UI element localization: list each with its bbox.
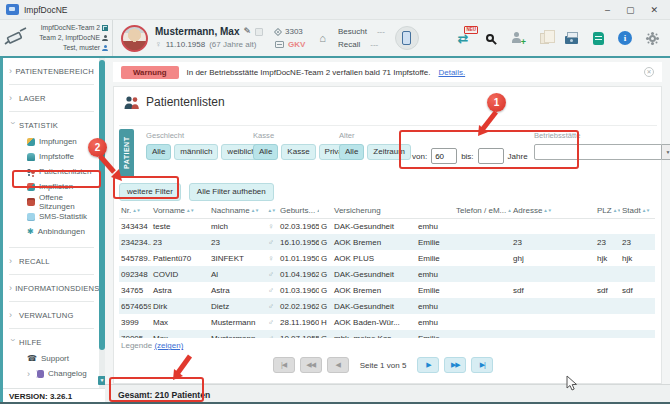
card-button[interactable] [588,27,608,49]
maximize-button[interactable]: ▢ [626,3,635,17]
sort-icon[interactable]: ▲▼ [186,208,194,213]
sidebar-item-changelog[interactable]: ›Changelog [9,366,94,381]
sidebar-item-offene-sitzungen[interactable]: Offene Sitzungen [9,194,94,209]
alle-filter-aufheben-button[interactable]: Alle Filter aufheben [189,183,274,201]
sidebar-group-recall[interactable]: ›RECALL [9,248,94,275]
table-row[interactable]: 343434testemich♀02.03.1965GDAK-Gesundhei… [119,218,655,234]
sidebar-group-lager[interactable]: ›LAGER [9,85,94,112]
table-cell: 28.11.1960 [278,314,319,330]
table-row[interactable]: 6574659DirkDietz♂02.02.1962GDAK-Gesundhe… [119,298,655,314]
sidebar-group-statistik[interactable]: ›STATISTIK Impfungen Impfstoffe Patiente… [9,112,94,248]
sort-icon[interactable]: ▲▼ [642,208,650,213]
sidebar-item-sms-statistik[interactable]: SMS-Statistik [9,209,94,224]
column-header[interactable]: Versicherung [332,203,416,218]
column-header[interactable]: Nachname▲▼ [209,203,264,218]
column-header[interactable]: Telefon / eM...▲▼ [454,203,511,218]
geschlecht-alle-button[interactable]: Alle [146,144,171,160]
print-button[interactable] [561,27,581,49]
table-cell: G [319,266,332,282]
table-cell: AOK Bremen [332,234,416,250]
sort-icon[interactable]: ▲▼ [507,208,511,213]
table-cell [620,218,655,234]
prev-page-button[interactable]: ◀ [327,357,349,373]
sidebar-item-anbindungen[interactable]: ✱Anbindungen [9,224,94,239]
table-row[interactable]: 3999MaxMustermann♂28.11.1960HAOK Baden-W… [119,314,655,330]
table-cell: ♀ [264,250,278,266]
last-page-button[interactable]: ▶| [471,357,493,373]
kasse-kasse-button[interactable]: Kasse [281,144,315,160]
column-header[interactable]: Geburts...▲▼ [278,203,319,218]
first-page-button[interactable]: |◀ [273,357,295,373]
sort-icon[interactable]: ▲▼ [543,208,551,213]
add-patient-button[interactable]: + [507,27,527,49]
table-cell [595,314,620,330]
phone-icon: ☎ [27,355,37,363]
sidebar-item-patientenlisten[interactable]: Patientenlisten [9,164,94,179]
dropdown-arrow-icon[interactable]: ▼ [662,144,670,160]
von-input[interactable] [431,148,457,164]
table-cell [511,298,595,314]
table-row[interactable]: 545789...Patientü703INFEKT♀01.01.1950GAO… [119,250,655,266]
sidebar-item-impfungen[interactable]: Impfungen [9,134,94,149]
table-cell: DAK-Gesundheit [332,218,416,234]
geschlecht-maennlich-button[interactable]: männlich [174,144,218,160]
alter-alle-button[interactable]: Alle [339,144,364,160]
besucht-value: --- [377,25,385,38]
sidebar-group-verwaltung[interactable]: ›VERWALTUNG [9,302,94,329]
sidebar-group-informationsdienst[interactable]: ›INFORMATIONSDIENST [9,275,94,302]
column-header[interactable] [319,203,332,218]
column-header[interactable] [416,203,454,218]
betriebsstaette-input[interactable] [534,144,662,160]
sidebar-group-patientenbereich[interactable]: ›PATIENTENBEREICH [9,58,94,85]
close-button[interactable]: ✕ [650,3,658,17]
column-header[interactable]: Vorname▲▼ [151,203,209,218]
sort-icon[interactable]: ▲▼ [132,208,140,213]
table-cell [454,314,511,330]
filter-label: Alter [339,131,411,140]
minimize-button[interactable]: – [605,3,610,17]
settings-button[interactable] [642,27,662,49]
search-button[interactable] [480,27,500,49]
copy-button[interactable] [534,27,554,49]
bis-input[interactable] [478,148,504,164]
table-row[interactable]: 70005MaxMustermann♂10.07.1955Gmhk, meine… [119,330,655,338]
table-row[interactable]: 34765AstraAstra♂01.03.1960GAOK BremenEmi… [119,282,655,298]
sort-icon[interactable]: ▲▼ [267,208,275,213]
warning-details-link[interactable]: Details. [438,68,465,77]
next-page-button[interactable]: ▶ [417,357,439,373]
fast-forward-button[interactable]: ▶▶ [444,357,466,373]
column-header[interactable]: Stadt▲▼ [620,203,655,218]
table-cell: ♂ [264,266,278,282]
sort-icon[interactable]: ▲▼ [613,208,620,213]
table-cell [511,314,595,330]
fast-back-button[interactable]: ◀◀ [300,357,322,373]
column-header[interactable]: ▲▼ [264,203,278,218]
weitere-filter-button[interactable]: weitere Filter [119,183,181,201]
alter-zeitraum-button[interactable]: Zeitraum [367,144,411,160]
app-icon [6,4,19,15]
sidebar-item-support[interactable]: ☎Support [9,351,94,366]
transfer-button[interactable]: ⇄ NEU [453,27,473,49]
table-cell: DAK-Gesundheit [332,298,416,314]
mobile-phone-button[interactable] [395,26,419,50]
sort-icon[interactable]: ▲▼ [316,208,319,213]
table-cell: Max [151,314,209,330]
legend-show-link[interactable]: (zeigen) [154,341,183,350]
table-cell: 3INFEKT [209,250,264,266]
table-row[interactable]: 234234...2323♂16.10.1956GAOK BremenEmili… [119,234,655,250]
syringe-logo [2,27,28,49]
banner-close-icon[interactable]: ✕ [644,67,654,77]
patient-filter-tab[interactable]: PATIENT [119,129,134,177]
column-header[interactable]: Adresse▲▼ [511,203,595,218]
edit-patient-icon[interactable]: ✎ [243,25,251,38]
table-row[interactable]: 092348COVIDAl♂01.04.1962GDAK-Gesundheite… [119,266,655,282]
recall-value: --- [370,38,378,51]
column-header[interactable]: Nr.▲▼ [119,203,151,218]
column-header[interactable]: PLZ▲▼ [595,203,620,218]
info-button[interactable]: i [615,27,635,49]
patient-avatar[interactable] [121,25,148,52]
sidebar-item-impfstoffe[interactable]: Impfstoffe [9,149,94,164]
sidebar-group-hilfe[interactable]: ›HILFE ☎Support ›Changelog [9,329,94,389]
sort-icon[interactable]: ▲▼ [251,208,259,213]
kasse-alle-button[interactable]: Alle [253,144,278,160]
